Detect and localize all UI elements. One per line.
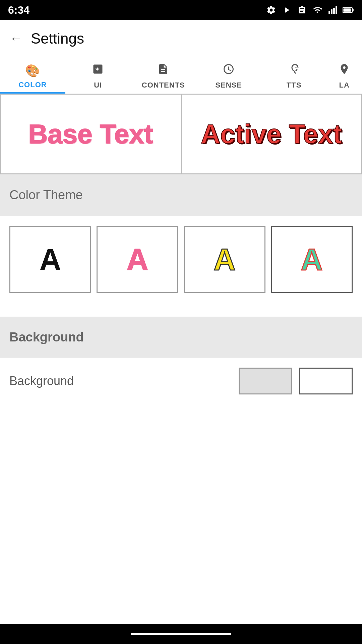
theme-pink-letter: A [127,243,148,277]
download-box-icon [92,63,104,78]
page-title: Settings [31,30,84,47]
back-button[interactable]: ← [9,31,23,46]
tab-ui-label: UI [94,81,102,90]
svg-rect-1 [331,9,333,14]
background-label: Background [9,374,232,388]
background-row: Background [0,358,362,404]
svg-rect-3 [336,6,337,14]
status-icons [265,4,354,16]
battery-icon [343,4,354,16]
svg-rect-0 [328,11,330,14]
status-time: 6:34 [8,4,29,16]
tab-color[interactable]: 🎨 COLOR [0,57,65,94]
tab-sense[interactable]: SENSE [196,57,261,94]
tab-color-label: COLOR [18,80,47,89]
la-icon [338,63,350,78]
document-icon [157,63,169,78]
base-text-preview: Base Text [28,119,153,150]
time-circle-icon [223,63,235,78]
clipboard-icon [296,4,308,16]
play-icon [281,4,292,16]
theme-yellow-option[interactable]: A [184,226,265,293]
tab-ui[interactable]: UI [65,57,131,94]
hearing-icon [288,63,300,78]
color-theme-section-header: Color Theme [0,174,362,216]
theme-black-letter: A [40,243,61,277]
tab-la[interactable]: LA [327,57,362,94]
bg-white-option[interactable] [299,368,353,394]
bottom-nav [0,624,362,644]
app-bar: ← Settings [0,20,362,57]
background-title: Background [9,330,84,344]
palette-icon: 🎨 [25,64,40,78]
bg-gray-option[interactable] [239,368,292,394]
tab-bar: 🎨 COLOR UI CONTENTS SENSE [0,57,362,94]
background-section-header: Background [0,317,362,358]
theme-options: A A A A [0,216,362,303]
theme-pink-option[interactable]: A [97,226,178,293]
base-text-card[interactable]: Base Text [0,94,181,174]
theme-yellow-letter: A [214,243,236,277]
preview-row: Base Text Active Text [0,94,362,174]
wifi-icon [312,4,323,16]
svg-rect-6 [343,8,351,12]
home-indicator [131,633,231,635]
settings-icon [265,4,277,16]
tab-sense-label: SENSE [215,81,242,90]
theme-black-option[interactable]: A [9,226,91,293]
active-text-card[interactable]: Active Text [181,94,362,174]
color-theme-title: Color Theme [9,188,83,202]
svg-rect-2 [333,8,335,14]
tab-contents-label: CONTENTS [142,81,185,90]
tab-la-label: LA [339,81,350,90]
tab-tts[interactable]: TTS [261,57,327,94]
active-text-preview: Active Text [201,119,342,150]
svg-rect-5 [352,9,354,11]
theme-teal-option[interactable]: A [271,226,353,293]
status-bar: 6:34 [0,0,362,20]
tab-tts-label: TTS [287,81,302,90]
tab-contents[interactable]: CONTENTS [131,57,196,94]
signal-icon [327,4,339,16]
theme-teal-letter: A [301,243,323,277]
